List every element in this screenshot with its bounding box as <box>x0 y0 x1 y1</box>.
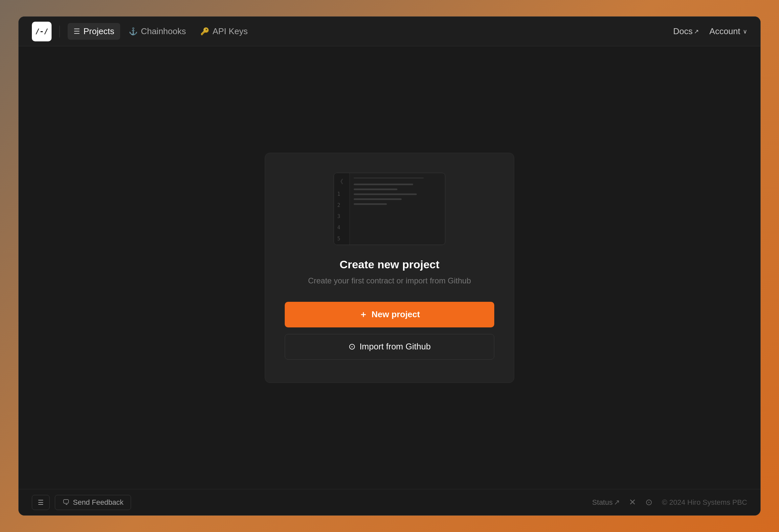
new-project-button[interactable]: ＋ New project <box>285 302 494 328</box>
feedback-icon: 🗨 <box>62 498 70 507</box>
projects-icon: ☰ <box>73 27 80 36</box>
logo-text: /-/ <box>35 27 48 36</box>
status-link[interactable]: Status ↗ <box>592 498 620 507</box>
line-5: 5 <box>337 235 346 243</box>
nav-chainhooks-label: Chainhooks <box>141 26 186 37</box>
nav-projects-label: Projects <box>83 26 114 37</box>
line-4: 4 <box>337 224 346 232</box>
nav-api-keys[interactable]: 🔑 API Keys <box>194 23 253 40</box>
nav-items: ☰ Projects ⚓ Chainhooks 🔑 API Keys <box>68 23 673 40</box>
line-2: 2 <box>337 201 346 209</box>
github-import-icon: ⊙ <box>349 342 356 352</box>
api-keys-icon: 🔑 <box>200 27 209 36</box>
logo[interactable]: /-/ <box>32 22 52 41</box>
nav-api-keys-label: API Keys <box>213 26 248 37</box>
new-project-label: New project <box>371 309 420 319</box>
code-gutter: 《 1 2 3 4 5 <box>334 173 350 245</box>
plus-icon: ＋ <box>359 309 367 320</box>
card-title: Create new project <box>340 258 439 271</box>
import-github-button[interactable]: ⊙ Import from Github <box>285 334 494 360</box>
feedback-button[interactable]: 🗨 Send Feedback <box>55 495 131 510</box>
external-link-icon: ↗ <box>694 28 699 35</box>
code-illustration: 《 1 2 3 4 5 <box>334 173 445 245</box>
titlebar: /-/ ☰ Projects ⚓ Chainhooks 🔑 API Keys D… <box>19 17 760 46</box>
code-line-1 <box>354 184 413 185</box>
line-1: 1 <box>337 190 346 198</box>
code-line-4 <box>354 198 402 200</box>
status-external-icon: ↗ <box>614 498 620 507</box>
docs-link[interactable]: Docs ↗ <box>673 26 699 37</box>
main-content: 《 1 2 3 4 5 Create new project Create <box>19 46 760 489</box>
footer-left: ☰ 🗨 Send Feedback <box>32 495 592 510</box>
docs-label: Docs <box>673 26 693 37</box>
chainhooks-icon: ⚓ <box>129 27 138 36</box>
nav-chainhooks[interactable]: ⚓ Chainhooks <box>123 23 192 40</box>
github-link[interactable]: ⊙ <box>645 497 653 508</box>
feedback-label: Send Feedback <box>73 498 123 507</box>
account-button[interactable]: Account ∨ <box>709 26 747 37</box>
import-label: Import from Github <box>360 342 431 352</box>
code-top-line <box>354 178 424 178</box>
line-3: 3 <box>337 213 346 220</box>
card-subtitle: Create your first contract or import fro… <box>308 276 471 285</box>
nav-divider <box>59 25 60 38</box>
titlebar-right: Docs ↗ Account ∨ <box>673 26 747 37</box>
create-project-card: 《 1 2 3 4 5 Create new project Create <box>265 153 514 383</box>
status-label: Status <box>592 498 612 507</box>
menu-icon: ☰ <box>38 498 44 507</box>
footer: ☰ 🗨 Send Feedback Status ↗ ✕ ⊙ © 2024 Hi… <box>19 489 760 515</box>
app-window: /-/ ☰ Projects ⚓ Chainhooks 🔑 API Keys D… <box>18 16 761 516</box>
gutter-brace: 《 <box>337 178 346 185</box>
chevron-down-icon: ∨ <box>743 28 747 35</box>
code-lines <box>350 173 445 245</box>
code-line-5 <box>354 203 387 205</box>
account-label: Account <box>709 26 740 37</box>
footer-menu-button[interactable]: ☰ <box>32 495 50 510</box>
code-line-2 <box>354 188 398 190</box>
nav-projects[interactable]: ☰ Projects <box>68 23 120 40</box>
footer-right: Status ↗ ✕ ⊙ © 2024 Hiro Systems PBC <box>592 497 747 508</box>
copyright-text: © 2024 Hiro Systems PBC <box>662 498 747 507</box>
code-line-3 <box>354 193 417 195</box>
x-social-link[interactable]: ✕ <box>629 497 636 508</box>
